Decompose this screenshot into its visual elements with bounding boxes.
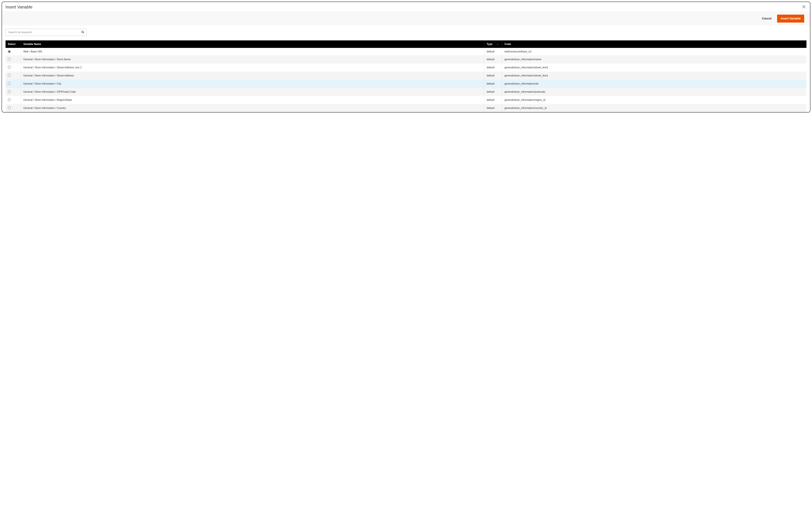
cell-variable-name: General / Store Information / Store Name	[21, 55, 484, 63]
select-radio[interactable]	[8, 74, 11, 77]
cell-code: general/store_information/street_line2	[502, 63, 807, 72]
table-row[interactable]: General / Store Information / Countrydef…	[5, 104, 807, 112]
select-radio[interactable]	[8, 106, 11, 109]
svg-line-3	[83, 32, 84, 33]
col-header-name-label: Variable Name	[23, 43, 41, 46]
cell-code: general/store_information/street_line1	[502, 72, 807, 80]
table-row[interactable]: General / Store Information / Street Add…	[5, 63, 807, 72]
col-header-select[interactable]: Select	[5, 41, 21, 48]
table-row[interactable]: General / Store Information / ZIP/Postal…	[5, 88, 807, 96]
insert-variable-button[interactable]: Insert Variable	[777, 15, 804, 23]
select-radio[interactable]	[8, 66, 11, 69]
select-radio[interactable]	[8, 82, 11, 85]
cell-variable-name: General / Store Information / Street Add…	[21, 63, 484, 72]
cell-select	[5, 88, 21, 96]
cell-select	[5, 55, 21, 63]
insert-variable-modal: Insert Variable Cancel Insert Variable	[2, 2, 810, 112]
search-input[interactable]	[8, 30, 80, 34]
cell-code: general/store_information/postcode	[502, 88, 807, 96]
cell-type: default	[484, 55, 502, 63]
cell-variable-name: General / Store Information / Country	[21, 104, 484, 112]
select-radio[interactable]	[8, 58, 11, 60]
col-header-type[interactable]: Type ↓	[484, 41, 502, 48]
cell-type: default	[484, 104, 502, 112]
cell-variable-name: General / Store Information / ZIP/Postal…	[21, 88, 484, 96]
cell-select	[5, 96, 21, 104]
cell-type: default	[484, 48, 502, 55]
close-icon	[802, 5, 806, 9]
table-header-row: Select Variable Name Type ↓ Code	[5, 41, 807, 48]
action-bar: Cancel Insert Variable	[2, 11, 810, 25]
cell-type: default	[484, 63, 502, 72]
search-button[interactable]	[80, 30, 85, 35]
table-row[interactable]: General / Store Information / Citydefaul…	[5, 80, 807, 88]
cell-select	[5, 80, 21, 88]
cell-select	[5, 104, 21, 112]
col-header-code-label: Code	[504, 43, 511, 46]
cell-code: general/store_information/name	[502, 55, 807, 63]
modal-title: Insert Variable	[5, 4, 32, 9]
col-header-name[interactable]: Variable Name	[21, 41, 484, 48]
sort-descending-icon: ↓	[497, 43, 499, 46]
variables-table: Select Variable Name Type ↓ Code	[5, 41, 807, 112]
search-icon	[81, 30, 84, 34]
cell-variable-name: General / Store Information / Street Add…	[21, 72, 484, 80]
cell-type: default	[484, 80, 502, 88]
col-header-select-label: Select	[8, 43, 16, 46]
cell-type: default	[484, 72, 502, 80]
modal-header: Insert Variable	[2, 2, 810, 11]
cancel-button[interactable]: Cancel	[761, 17, 772, 21]
col-header-type-label: Type	[486, 43, 492, 46]
modal-content: Select Variable Name Type ↓ Code	[2, 25, 810, 112]
select-radio[interactable]	[8, 98, 11, 101]
close-button[interactable]	[801, 4, 807, 10]
cell-code: general/store_information/region_id	[502, 96, 807, 104]
cell-variable-name: General / Store Information / City	[21, 80, 484, 88]
cell-variable-name: General / Store Information / Region/Sta…	[21, 96, 484, 104]
cell-code: general/store_information/city	[502, 80, 807, 88]
search-wrap	[5, 29, 87, 36]
col-header-code[interactable]: Code	[502, 41, 807, 48]
cell-type: default	[484, 88, 502, 96]
cell-select	[5, 48, 21, 55]
cell-variable-name: Web / Base URL	[21, 48, 484, 55]
table-row[interactable]: General / Store Information / Store Name…	[5, 55, 807, 63]
select-radio[interactable]	[8, 50, 11, 53]
select-radio[interactable]	[8, 90, 11, 93]
cell-select	[5, 63, 21, 72]
table-row[interactable]: General / Store Information / Region/Sta…	[5, 96, 807, 104]
cell-select	[5, 72, 21, 80]
cell-code: general/store_information/country_id	[502, 104, 807, 112]
table-row[interactable]: Web / Base URLdefaultweb/unsecure/base_u…	[5, 48, 807, 55]
table-row[interactable]: General / Store Information / Street Add…	[5, 72, 807, 80]
cell-code: web/unsecure/base_url	[502, 48, 807, 55]
cell-type: default	[484, 96, 502, 104]
